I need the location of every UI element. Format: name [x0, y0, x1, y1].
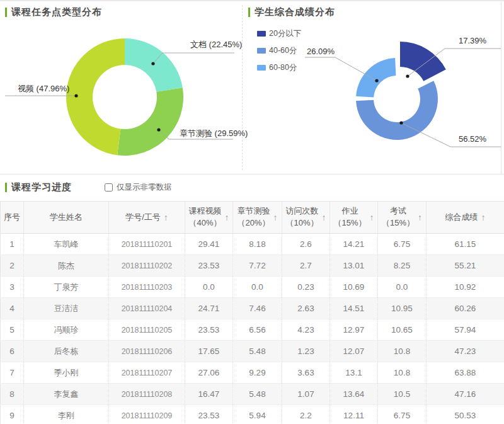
- table-header-row: 序号学生姓名学号/工号↑课程视频（40%）↑章节测验（20%）↑访问次数（10%…: [1, 202, 504, 234]
- table-cell: 0.0: [378, 277, 427, 298]
- table-cell: 7: [1, 362, 24, 384]
- table-row: 8李复鑫20181111020816.475.481.0713.6410.547…: [1, 384, 504, 405]
- progress-toolbar: 课程学习进度 仅显示非零数据: [0, 175, 504, 195]
- table-cell: 2.2: [282, 405, 330, 424]
- table-row: 5冯顺珍20181111020523.536.564.2312.9710.655…: [1, 319, 504, 341]
- column-header-4[interactable]: 章节测验（20%）↑: [233, 202, 282, 234]
- table-cell: 陈杰: [24, 255, 109, 277]
- label-pct-40-60: 56.52%: [459, 134, 486, 144]
- table-row: 9李刚20181111020923.535.942.212.116.7550.5…: [1, 405, 504, 424]
- table-cell: 9: [1, 405, 24, 424]
- score-chart-title: 学生综合成绩分布: [248, 6, 335, 18]
- score-legend: 20分以下 40-60分 60-80分: [257, 29, 301, 80]
- label-video: 视频 (47.96%): [18, 83, 69, 95]
- table-cell: 1.23: [282, 341, 330, 362]
- legend-swatch-icon: [257, 31, 266, 37]
- title-tick-icon: [5, 8, 7, 17]
- table-cell: 201811110206: [109, 341, 185, 362]
- sort-asc-icon: ↑: [273, 212, 278, 222]
- table-cell: 23.53: [185, 319, 233, 341]
- table-cell: 12.11: [330, 405, 378, 424]
- table-cell: 2.7: [282, 255, 330, 277]
- table-cell: 24.71: [185, 298, 233, 319]
- table-cell: 2: [1, 255, 24, 277]
- task-type-chart-title: 课程任务点类型分布: [5, 6, 102, 18]
- legend-item-60-80[interactable]: 60-80分: [257, 63, 301, 72]
- docs-marker-dot: [151, 62, 154, 65]
- column-header-6[interactable]: 作业（15%）↑: [330, 202, 378, 234]
- table-cell: 8.25: [378, 255, 427, 277]
- sort-asc-icon: ↑: [225, 212, 229, 222]
- table-cell: 57.94: [427, 319, 504, 341]
- table-cell: 55.21: [427, 255, 504, 277]
- table-cell: 23.53: [185, 255, 233, 277]
- table-cell: 9.29: [233, 362, 282, 384]
- table-cell: 10.65: [378, 319, 427, 341]
- table-cell: 10.92: [427, 277, 504, 298]
- table-cell: 冯顺珍: [24, 319, 109, 341]
- pie-slice-video[interactable]: [66, 38, 125, 155]
- nonzero-filter-label: 仅显示非零数据: [117, 182, 172, 193]
- label-pct-below20: 17.39%: [459, 36, 486, 45]
- title-tick-icon: [248, 8, 250, 17]
- sort-asc-icon: ↑: [322, 212, 326, 222]
- table-cell: 201811110203: [109, 277, 185, 298]
- pie-slice-chapter-quiz[interactable]: [117, 88, 183, 156]
- table-cell: 10.8: [378, 341, 427, 362]
- panel-divider: [242, 5, 243, 170]
- table-cell: 5.94: [233, 405, 282, 424]
- table-cell: 201811110207: [109, 362, 185, 384]
- table-cell: 李刚: [24, 405, 109, 424]
- table-cell: 13.1: [330, 362, 378, 384]
- table-cell: 6.75: [378, 234, 427, 255]
- column-header-7[interactable]: 考试（15%）↑: [378, 202, 427, 234]
- table-cell: 0.0: [233, 277, 282, 298]
- sort-asc-icon: ↑: [370, 212, 374, 222]
- table-cell: 47.16: [427, 384, 504, 405]
- table-cell: 10.69: [330, 277, 378, 298]
- legend-item-40-60[interactable]: 40-60分: [257, 46, 301, 55]
- legend-item-below20[interactable]: 20分以下: [257, 29, 301, 38]
- table-cell: 季小刚: [24, 362, 109, 384]
- legend-label: 60-80分: [269, 62, 297, 73]
- table-cell: 12.97: [330, 319, 378, 341]
- table-cell: 201811110208: [109, 384, 185, 405]
- below20-marker-dot: [406, 74, 409, 77]
- progress-section: 课程学习进度 仅显示非零数据 序号学生姓名学号/工号↑课程视频（40%）↑章节测…: [0, 175, 504, 424]
- sort-asc-icon: ↑: [481, 212, 486, 222]
- table-cell: 201811110209: [109, 405, 185, 424]
- legend-label: 40-60分: [269, 45, 297, 56]
- table-cell: 丁泉芳: [24, 277, 109, 298]
- task-type-chart-title-text: 课程任务点类型分布: [11, 6, 102, 18]
- table-cell: 3.63: [282, 362, 330, 384]
- nonzero-filter-checkbox[interactable]: [105, 183, 113, 192]
- table-cell: 2.6: [282, 234, 330, 255]
- legend-label: 20分以下: [269, 28, 301, 39]
- table-cell: 27.06: [185, 362, 233, 384]
- table-cell: 5.48: [233, 341, 282, 362]
- legend-swatch-icon: [257, 48, 266, 54]
- table-cell: 2.63: [282, 298, 330, 319]
- table-cell: 4.23: [282, 319, 330, 341]
- table-cell: 8: [1, 384, 24, 405]
- table-row: 4豆洁洁20181111020424.717.462.6314.5110.956…: [1, 298, 504, 319]
- table-cell: 0.23: [282, 277, 330, 298]
- sort-asc-icon: ↑: [418, 212, 422, 222]
- table-cell: 201811110204: [109, 298, 185, 319]
- nonzero-filter[interactable]: 仅显示非零数据: [105, 182, 172, 193]
- column-header-5[interactable]: 访问次数（10%）↑: [282, 202, 330, 234]
- column-header-8[interactable]: 综合成绩↑: [427, 202, 504, 234]
- video-marker-dot: [74, 94, 77, 97]
- table-cell: 13.64: [330, 384, 378, 405]
- progress-title-text: 课程学习进度: [11, 181, 72, 193]
- table-cell: 14.51: [330, 298, 378, 319]
- title-tick-icon: [5, 183, 7, 192]
- table-row: 3丁泉芳2018111102030.00.00.2310.690.010.92: [1, 277, 504, 298]
- column-header-3[interactable]: 课程视频（40%）↑: [185, 202, 233, 234]
- table-cell: 14.21: [330, 234, 378, 255]
- table-cell: 李复鑫: [24, 384, 109, 405]
- pie-slice-60-80[interactable]: [356, 58, 396, 98]
- table-cell: 5: [1, 319, 24, 341]
- column-header-2[interactable]: 学号/工号↑: [109, 202, 185, 234]
- course-statistics-dashboard: 课程任务点类型分布 学生综合成绩分布 文档 (22.45%) 章节测验 (29.…: [0, 0, 504, 424]
